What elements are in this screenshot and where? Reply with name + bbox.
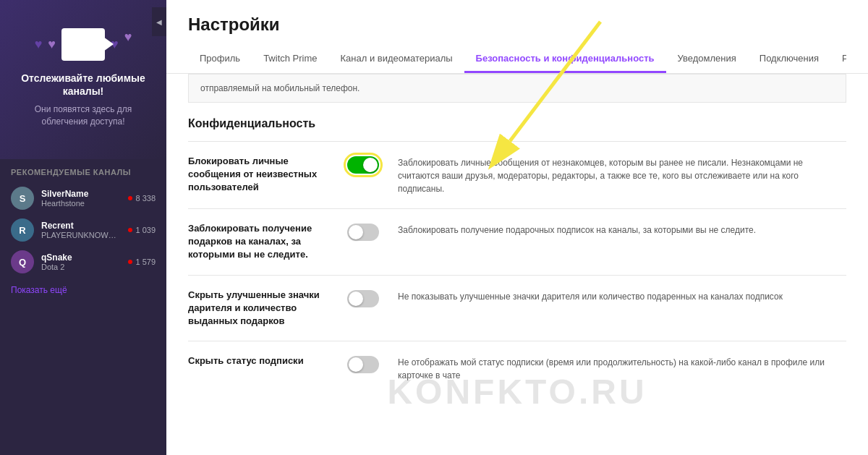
setting-row-block-messages: Блокировать личные сообщения от неизвест… xyxy=(188,141,846,208)
toggle-block-gifts[interactable] xyxy=(347,224,379,241)
toggle-knob-block-gifts xyxy=(349,225,363,239)
toggle-knob-hide-gifter xyxy=(349,292,363,306)
setting-row-hide-gifter: Скрыть улучшенные значки дарителя и коли… xyxy=(188,275,846,341)
channel-name-silvername: SilverName xyxy=(41,189,121,199)
tab-profile[interactable]: Профиль xyxy=(188,46,252,73)
setting-desc-hide-gifter: Не показывать улучшенные значки дарителя… xyxy=(398,289,846,303)
recommended-channels-title: Рекомендуемые каналы xyxy=(0,159,166,182)
setting-label-col-hide-sub: Скрыть статус подписки xyxy=(188,354,333,367)
toggle-col-block-messages xyxy=(347,155,383,177)
channel-avatar-recrent: R xyxy=(11,218,34,242)
toggle-block-messages[interactable] xyxy=(347,156,379,174)
channel-game-qsnake: Dota 2 xyxy=(41,263,121,271)
show-more-button[interactable]: Показать ещё xyxy=(0,278,166,302)
settings-header: Настройки Профиль Twitch Prime Канал и в… xyxy=(166,0,868,74)
privacy-section-heading: Конфиденциальность xyxy=(188,103,846,141)
channel-name-qsnake: qSnake xyxy=(41,252,121,263)
viewer-count-qsnake: 1 579 xyxy=(135,258,156,266)
setting-label-hide-sub: Скрыть статус подписки xyxy=(188,354,333,367)
channel-name-recrent: Recrent xyxy=(41,221,121,231)
live-dot-qsnake xyxy=(128,260,132,264)
setting-desc-block-gifts: Заблокировать получение подарочных подпи… xyxy=(398,222,846,237)
setting-desc-hide-sub: Не отображать мой статус подписки (время… xyxy=(398,354,846,382)
heart-icon-2: ♥ xyxy=(48,37,56,52)
toggle-hide-sub[interactable] xyxy=(347,356,379,373)
channel-game-recrent: PLAYERUNKNOWN'S... xyxy=(41,231,121,239)
channel-item-silvername[interactable]: S SilverName Hearthstone 8 338 xyxy=(0,182,166,214)
tab-twitch-prime[interactable]: Twitch Prime xyxy=(252,46,328,73)
chevron-left-icon: ◀ xyxy=(156,18,162,26)
channel-live-silvername: 8 338 xyxy=(128,194,156,203)
video-camera-icon xyxy=(61,28,105,61)
channel-info-qsnake: qSnake Dota 2 xyxy=(41,252,121,271)
sidebar-banner: ♥ ♥ ♥ ♥ Отслеживайте любимые каналы! Они… xyxy=(0,0,166,159)
top-notice: отправляемый на мобильный телефон. xyxy=(188,74,846,103)
channel-live-recrent: 1 039 xyxy=(128,226,156,234)
banner-icons: ♥ ♥ ♥ ♥ xyxy=(11,28,156,61)
settings-tabs: Профиль Twitch Prime Канал и видеоматери… xyxy=(188,46,846,73)
tab-connections[interactable]: Подключения xyxy=(748,46,830,73)
tab-notifications[interactable]: Уведомления xyxy=(666,46,748,73)
live-dot-silvername xyxy=(128,196,132,200)
tab-security[interactable]: Безопасность и конфиденциальность xyxy=(464,46,666,73)
main-content: Настройки Профиль Twitch Prime Канал и в… xyxy=(166,0,868,455)
setting-row-hide-sub: Скрыть статус подписки Не отображать мой… xyxy=(188,341,846,395)
setting-label-block-messages: Блокировать личные сообщения от неизвест… xyxy=(188,155,333,195)
toggle-col-block-gifts xyxy=(347,222,383,244)
setting-label-col-block-messages: Блокировать личные сообщения от неизвест… xyxy=(188,155,333,195)
setting-row-block-gifts: Заблокировать получение подарков на кана… xyxy=(188,208,846,275)
banner-text-sub: Они появятся здесь для облегчения доступ… xyxy=(11,103,156,128)
toggle-knob-hide-sub xyxy=(349,357,363,372)
channel-avatar-qsnake: Q xyxy=(11,250,34,273)
setting-label-hide-gifter: Скрыть улучшенные значки дарителя и коли… xyxy=(188,289,333,328)
settings-title: Настройки xyxy=(188,14,846,35)
channel-game-silvername: Hearthstone xyxy=(41,199,121,208)
channel-avatar-silvername: S xyxy=(11,187,34,210)
sidebar: ♥ ♥ ♥ ♥ Отслеживайте любимые каналы! Они… xyxy=(0,0,166,455)
toggle-col-hide-gifter xyxy=(347,289,383,310)
live-dot-recrent xyxy=(128,228,132,232)
sidebar-collapse-button[interactable]: ◀ xyxy=(152,7,166,36)
channel-info-silvername: SilverName Hearthstone xyxy=(41,189,121,208)
settings-body: отправляемый на мобильный телефон. Конфи… xyxy=(166,74,868,417)
channel-item-recrent[interactable]: R Recrent PLAYERUNKNOWN'S... 1 039 xyxy=(0,214,166,246)
channel-info-recrent: Recrent PLAYERUNKNOWN'S... xyxy=(41,221,121,239)
tab-recommendations[interactable]: Рекомендации xyxy=(830,46,846,73)
top-notice-text: отправляемый на мобильный телефон. xyxy=(200,83,359,93)
channel-item-qsnake[interactable]: Q qSnake Dota 2 1 579 xyxy=(0,246,166,278)
setting-label-col-hide-gifter: Скрыть улучшенные значки дарителя и коли… xyxy=(188,289,333,328)
setting-label-block-gifts: Заблокировать получение подарков на кана… xyxy=(188,222,333,262)
banner-text-main: Отслеживайте любимые каналы! xyxy=(11,72,156,98)
toggle-hide-gifter[interactable] xyxy=(347,290,379,307)
viewer-count-silvername: 8 338 xyxy=(135,194,156,203)
heart-icon-1: ♥ xyxy=(35,37,43,52)
tab-channel[interactable]: Канал и видеоматериалы xyxy=(329,46,464,73)
toggle-col-hide-sub xyxy=(347,354,383,376)
setting-label-col-block-gifts: Заблокировать получение подарков на кана… xyxy=(188,222,333,262)
heart-icon-4: ♥ xyxy=(124,30,132,45)
toggle-knob-block-messages xyxy=(363,158,378,172)
channel-live-qsnake: 1 579 xyxy=(128,258,156,266)
viewer-count-recrent: 1 039 xyxy=(135,226,156,234)
setting-desc-block-messages: Заблокировать личные сообщения от незнак… xyxy=(398,155,846,195)
